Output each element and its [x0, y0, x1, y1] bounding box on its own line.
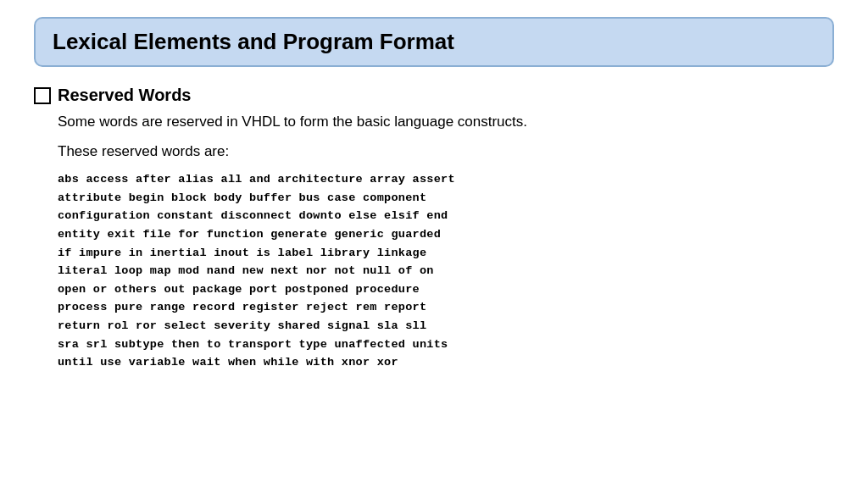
reserved-words-line: return rol ror select severity shared si… — [58, 317, 834, 336]
title-box: Lexical Elements and Program Format — [34, 17, 834, 67]
reserved-words-block: abs access after alias all and architect… — [58, 170, 834, 372]
reserved-words-line: until use variable wait when while with … — [58, 353, 834, 372]
reserved-words-line: entity exit file for function generate g… — [58, 225, 834, 244]
reserved-words-line: attribute begin block body buffer bus ca… — [58, 189, 834, 208]
section-heading-label: Reserved Words — [58, 86, 191, 105]
section-heading: Reserved Words — [34, 86, 834, 105]
page-container: Lexical Elements and Program Format Rese… — [0, 0, 868, 488]
checkbox-icon — [34, 87, 51, 104]
section-body: Some words are reserved in VHDL to form … — [58, 112, 834, 372]
paragraph-1: Some words are reserved in VHDL to form … — [58, 112, 834, 133]
reserved-words-line: literal loop map mod nand new next nor n… — [58, 262, 834, 280]
reserved-words-line: process pure range record register rejec… — [58, 298, 834, 317]
paragraph-2: These reserved words are: — [58, 141, 834, 163]
reserved-words-line: sra srl subtype then to transport type u… — [58, 336, 834, 354]
reserved-words-line: configuration constant disconnect downto… — [58, 207, 834, 225]
reserved-words-section: Reserved Words Some words are reserved i… — [34, 86, 834, 372]
page-title: Lexical Elements and Program Format — [53, 29, 454, 54]
reserved-words-line: open or others out package port postpone… — [58, 280, 834, 299]
reserved-words-line: if impure in inertial inout is label lib… — [58, 244, 834, 263]
reserved-words-line: abs access after alias all and architect… — [58, 170, 834, 189]
